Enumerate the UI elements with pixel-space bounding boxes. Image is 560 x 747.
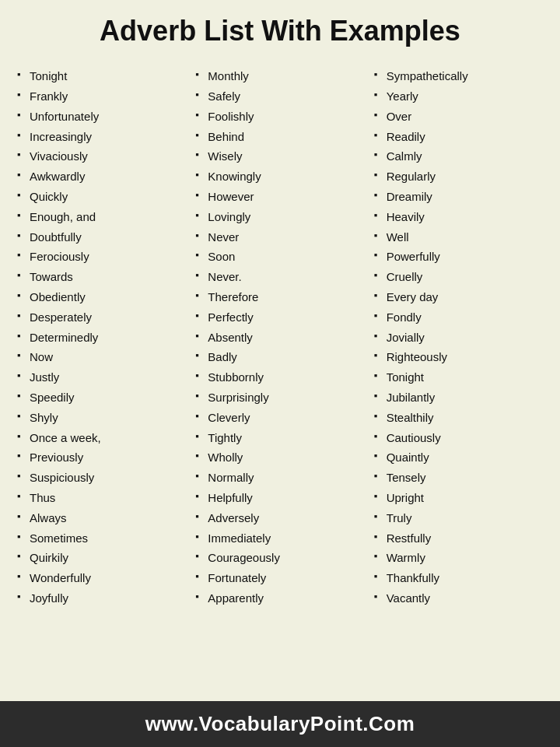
list-item: Dreamily xyxy=(374,187,543,207)
list-item: Doubtfully xyxy=(17,227,186,247)
list-item: Courageously xyxy=(195,548,364,568)
list-item: Now xyxy=(17,347,186,367)
list-item: Powerfully xyxy=(374,247,543,267)
list-item: Suspiciously xyxy=(17,468,186,488)
list-item: Truly xyxy=(374,508,543,528)
list-item: Perfectly xyxy=(195,307,364,328)
list-item: Immediately xyxy=(195,528,364,549)
list-item: Lovingly xyxy=(195,207,364,227)
list-item: Thus xyxy=(17,488,186,508)
list-item: Vivaciously xyxy=(17,146,186,167)
list-item: Jovially xyxy=(374,328,543,348)
list-item: Calmly xyxy=(374,146,543,167)
list-item: Upright xyxy=(374,488,543,508)
list-item: Yearly xyxy=(374,86,543,107)
list-item: Awkwardly xyxy=(17,167,186,187)
footer-text: www.VocabularyPoint.Com xyxy=(145,712,415,735)
list-item: Once a week, xyxy=(17,428,186,448)
list-item: Tightly xyxy=(195,428,364,448)
list-item: Sympathetically xyxy=(374,66,543,86)
list-item: Well xyxy=(374,227,543,247)
list-item: Jubilantly xyxy=(374,388,543,408)
list-3: SympatheticallyYearlyOverReadilyCalmlyRe… xyxy=(374,66,543,608)
list-item: Increasingly xyxy=(17,127,186,147)
list-item: Restfully xyxy=(374,528,543,549)
list-item: Speedily xyxy=(17,388,186,408)
list-item: Obediently xyxy=(17,287,186,307)
list-item: Fortunately xyxy=(195,568,364,588)
list-item: Frankly xyxy=(17,86,186,107)
list-item: Thankfully xyxy=(374,568,543,588)
page-title: Adverb List With Examples xyxy=(16,14,544,47)
list-item: Helpfully xyxy=(195,488,364,508)
list-item: Safely xyxy=(195,86,364,107)
list-item: Over xyxy=(374,107,543,127)
list-item: Shyly xyxy=(17,408,186,428)
list-2: MonthlySafelyFoolishlyBehindWiselyKnowin… xyxy=(195,66,364,608)
list-item: Wholly xyxy=(195,447,364,468)
footer-bar: www.VocabularyPoint.Com xyxy=(0,701,560,747)
list-item: Sometimes xyxy=(17,528,186,549)
list-item: Never xyxy=(195,227,364,247)
list-item: Foolishly xyxy=(195,107,364,127)
list-item: Towards xyxy=(17,267,186,287)
list-item: Stubbornly xyxy=(195,367,364,388)
list-item: Stealthily xyxy=(374,408,543,428)
list-item: Readily xyxy=(374,127,543,147)
column-1: TonightFranklyUnfortunatelyIncreasinglyV… xyxy=(12,66,191,608)
list-item: Enough, and xyxy=(17,207,186,227)
list-item: Tonight xyxy=(374,367,543,388)
list-item: Badly xyxy=(195,347,364,367)
list-item: Joyfully xyxy=(17,588,186,608)
list-item: Heavily xyxy=(374,207,543,227)
list-1: TonightFranklyUnfortunatelyIncreasinglyV… xyxy=(17,66,186,608)
list-item: Fondly xyxy=(374,307,543,328)
list-item: However xyxy=(195,187,364,207)
list-item: Unfortunately xyxy=(17,107,186,127)
list-item: Adversely xyxy=(195,508,364,528)
list-item: Wonderfully xyxy=(17,568,186,588)
list-item: Cleverly xyxy=(195,408,364,428)
list-item: Never. xyxy=(195,267,364,287)
list-item: Therefore xyxy=(195,287,364,307)
list-item: Always xyxy=(17,508,186,528)
list-item: Desperately xyxy=(17,307,186,328)
list-item: Absently xyxy=(195,328,364,348)
list-item: Quaintly xyxy=(374,447,543,468)
list-item: Righteously xyxy=(374,347,543,367)
list-item: Previously xyxy=(17,447,186,468)
list-item: Soon xyxy=(195,247,364,267)
list-item: Quirkily xyxy=(17,548,186,568)
list-item: Every day xyxy=(374,287,543,307)
list-item: Wisely xyxy=(195,146,364,167)
column-3: SympatheticallyYearlyOverReadilyCalmlyRe… xyxy=(369,66,548,608)
list-item: Surprisingly xyxy=(195,388,364,408)
list-item: Monthly xyxy=(195,66,364,86)
list-item: Apparently xyxy=(195,588,364,608)
column-2: MonthlySafelyFoolishlyBehindWiselyKnowin… xyxy=(191,66,369,608)
list-item: Tonight xyxy=(17,66,186,86)
list-item: Cautiously xyxy=(374,428,543,448)
list-item: Regularly xyxy=(374,167,543,187)
columns-wrapper: TonightFranklyUnfortunatelyIncreasinglyV… xyxy=(12,66,548,608)
list-item: Quickly xyxy=(17,187,186,207)
list-item: Cruelly xyxy=(374,267,543,287)
list-item: Determinedly xyxy=(17,328,186,348)
list-item: Ferociously xyxy=(17,247,186,267)
list-item: Warmly xyxy=(374,548,543,568)
list-item: Justly xyxy=(17,367,186,388)
list-item: Normally xyxy=(195,468,364,488)
list-item: Vacantly xyxy=(374,588,543,608)
list-item: Knowingly xyxy=(195,167,364,187)
list-item: Tensely xyxy=(374,468,543,488)
list-item: Behind xyxy=(195,127,364,147)
